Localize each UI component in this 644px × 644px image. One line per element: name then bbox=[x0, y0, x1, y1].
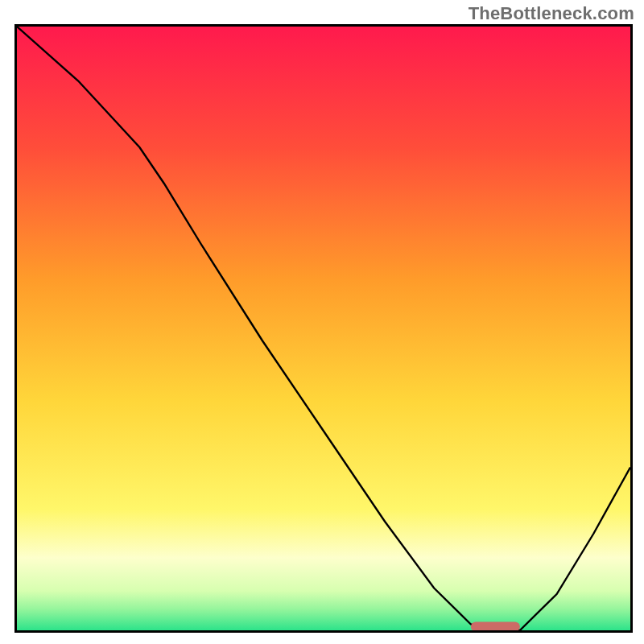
chart-stage: TheBottleneck.com bbox=[0, 0, 644, 644]
bottleneck-curve bbox=[17, 27, 630, 630]
watermark-label: TheBottleneck.com bbox=[469, 3, 634, 24]
curve-layer bbox=[17, 27, 630, 630]
optimal-marker bbox=[471, 622, 520, 631]
plot-frame bbox=[14, 24, 633, 633]
